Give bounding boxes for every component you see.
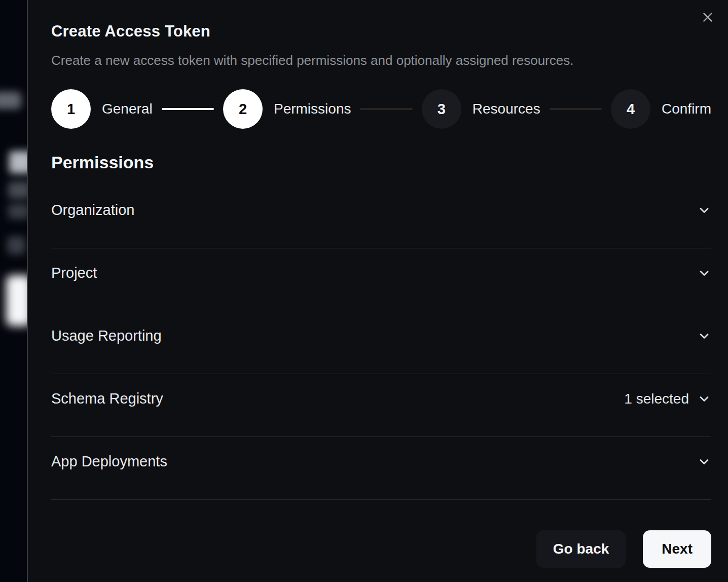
selected-count: 1 selected: [624, 391, 689, 407]
accordion-row-project[interactable]: Project: [51, 248, 711, 311]
accordion-label: Schema Registry: [51, 390, 624, 407]
accordion-row-organization[interactable]: Organization: [51, 186, 711, 248]
step-number: 3: [422, 89, 461, 129]
modal-footer: Go back Next: [536, 530, 711, 568]
step-permissions[interactable]: 2 Permissions: [223, 89, 351, 129]
step-number: 1: [51, 89, 91, 129]
blurred-page-element: [9, 151, 28, 173]
page-title: Permissions: [51, 153, 711, 172]
step-label: Resources: [472, 101, 540, 117]
next-button[interactable]: Next: [643, 530, 711, 568]
step-number: 4: [611, 89, 650, 129]
chevron-down-icon: [697, 392, 711, 406]
accordion-label: App Deployments: [51, 453, 697, 470]
go-back-button[interactable]: Go back: [536, 530, 626, 568]
step-label: Confirm: [662, 101, 711, 117]
chevron-down-icon: [697, 329, 711, 343]
step-connector: [162, 108, 214, 110]
blurred-page-element: [8, 181, 28, 199]
step-connector: [360, 108, 412, 110]
blurred-page-element: [6, 275, 28, 326]
accordion-row-app-deployments[interactable]: App Deployments: [51, 437, 711, 500]
close-icon[interactable]: [698, 7, 718, 27]
accordion-label: Organization: [51, 202, 697, 219]
chevron-down-icon: [697, 203, 711, 217]
step-resources[interactable]: 3 Resources: [422, 89, 540, 129]
accordion-label: Usage Reporting: [51, 328, 697, 344]
background-page-blur: [0, 0, 28, 582]
step-label: General: [102, 101, 153, 117]
modal-title: Create Access Token: [51, 0, 711, 41]
stepper: 1 General 2 Permissions 3 Resources 4 Co…: [51, 89, 711, 129]
step-confirm[interactable]: 4 Confirm: [611, 89, 711, 129]
blurred-page-element: [0, 92, 21, 109]
step-connector: [550, 108, 602, 110]
step-number: 2: [223, 89, 263, 129]
chevron-down-icon: [697, 455, 711, 469]
permissions-accordion: Organization Project Usage Reporting: [51, 186, 711, 500]
create-access-token-modal: Create Access Token Create a new access …: [29, 0, 728, 582]
chevron-down-icon: [697, 266, 711, 280]
accordion-row-schema-registry[interactable]: Schema Registry 1 selected: [51, 374, 711, 437]
blurred-page-element: [8, 204, 28, 219]
step-label: Permissions: [274, 101, 351, 117]
accordion-row-usage-reporting[interactable]: Usage Reporting: [51, 311, 711, 374]
accordion-label: Project: [51, 265, 697, 281]
modal-subtitle: Create a new access token with specified…: [51, 53, 711, 68]
blurred-page-element: [7, 236, 25, 254]
step-general[interactable]: 1 General: [51, 89, 153, 129]
